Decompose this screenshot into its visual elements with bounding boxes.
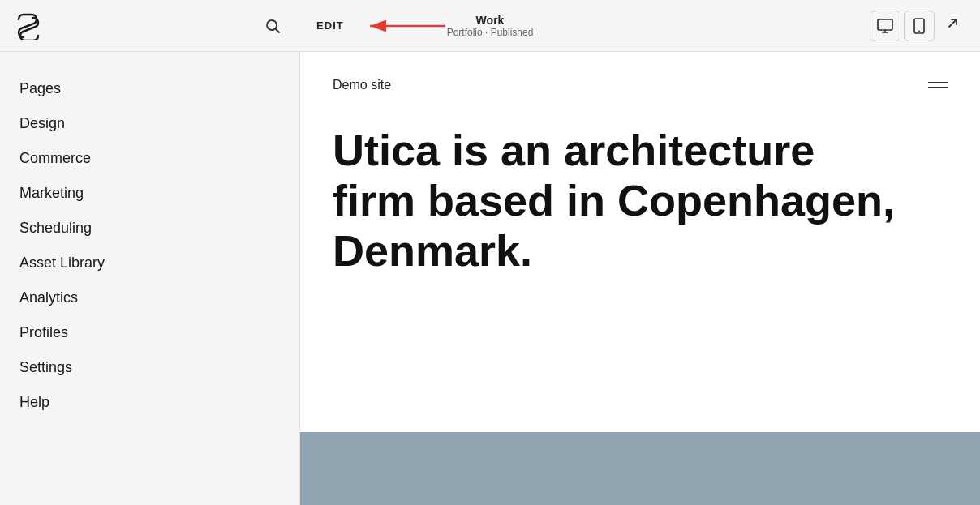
sidebar: PagesDesignCommerceMarketingSchedulingAs… [0,52,300,505]
top-bar-center: EDIT [300,15,870,37]
external-link-button[interactable] [938,12,967,39]
mobile-view-button[interactable] [904,11,935,41]
sidebar-item-commerce[interactable]: Commerce [0,141,299,176]
sidebar-link-design[interactable]: Design [0,106,299,141]
page-name: Work [447,14,534,27]
sidebar-link-scheduling[interactable]: Scheduling [0,211,299,246]
page-meta: Portfolio · Published [447,27,534,38]
sidebar-link-asset-library[interactable]: Asset Library [0,246,299,280]
sidebar-item-scheduling[interactable]: Scheduling [0,211,299,246]
site-header: Demo site [333,78,948,92]
sidebar-link-marketing[interactable]: Marketing [0,176,299,211]
sidebar-item-settings[interactable]: Settings [0,350,299,385]
sidebar-link-analytics[interactable]: Analytics [0,280,299,315]
sidebar-link-help[interactable]: Help [0,385,299,420]
sidebar-item-analytics[interactable]: Analytics [0,280,299,315]
squarespace-logo[interactable] [13,9,44,43]
main-content: PagesDesignCommerceMarketingSchedulingAs… [0,52,980,505]
search-button[interactable] [261,15,284,37]
preview-inner: Demo site Utica is an architecture firm … [300,52,980,432]
logo-area [0,9,300,43]
sidebar-link-settings[interactable]: Settings [0,350,299,385]
sidebar-item-profiles[interactable]: Profiles [0,315,299,350]
sidebar-item-help[interactable]: Help [0,385,299,420]
sidebar-link-pages[interactable]: Pages [0,71,299,106]
hamburger-line-1 [928,82,948,83]
sidebar-item-asset-library[interactable]: Asset Library [0,246,299,280]
svg-line-10 [949,19,956,27]
svg-rect-0 [13,9,44,40]
preview-area: Demo site Utica is an architecture firm … [300,52,980,505]
view-controls [870,11,967,41]
sidebar-link-profiles[interactable]: Profiles [0,315,299,350]
page-title-area: Work Portfolio · Published [447,14,534,38]
sidebar-nav: PagesDesignCommerceMarketingSchedulingAs… [0,71,299,420]
hero-text: Utica is an architecture firm based in C… [333,125,900,276]
hamburger-line-2 [928,87,948,88]
top-bar: EDIT Work Portfolio · Published [0,0,980,52]
preview-footer-band [300,432,980,505]
sidebar-item-pages[interactable]: Pages [0,71,299,106]
sidebar-item-marketing[interactable]: Marketing [0,176,299,211]
svg-line-2 [276,28,280,32]
hamburger-menu-icon[interactable] [928,82,948,88]
svg-point-9 [918,30,920,32]
arrow-annotation [360,15,449,37]
edit-label[interactable]: EDIT [316,19,344,32]
sidebar-link-commerce[interactable]: Commerce [0,141,299,176]
svg-rect-5 [878,19,892,30]
desktop-view-button[interactable] [870,11,900,41]
site-name: Demo site [333,78,391,92]
sidebar-item-design[interactable]: Design [0,106,299,141]
